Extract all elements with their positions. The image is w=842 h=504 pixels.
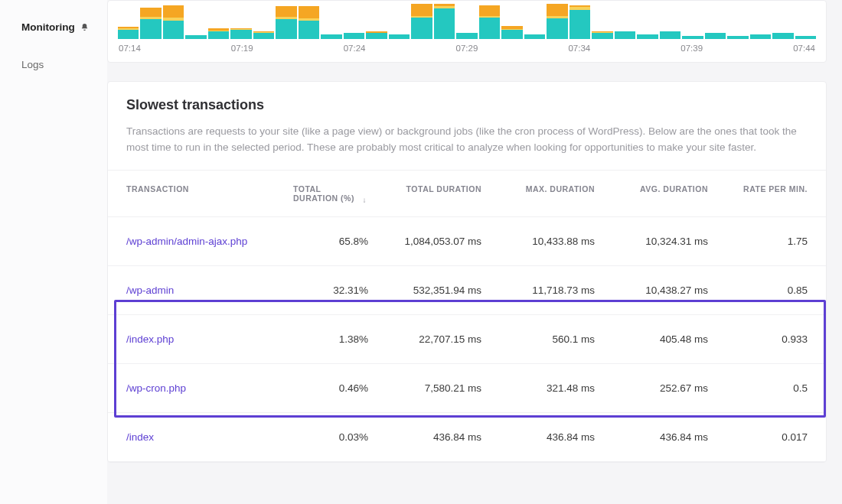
table-row: /wp-admin/admin-ajax.php65.8%1,084,053.0… [108,217,826,266]
chart-bar[interactable] [682,4,703,39]
chart-bar[interactable] [456,4,477,39]
x-axis-tick: 07:39 [680,44,703,53]
table-row: /wp-cron.php0.46%7,580.21 ms321.48 ms252… [108,364,826,413]
chart-bar[interactable] [524,4,545,39]
card-description: Transactions are requests to your site (… [126,124,808,156]
chart-bar[interactable] [705,4,726,39]
chart-bar[interactable] [772,4,793,39]
transaction-link[interactable]: /index [126,431,154,443]
cell-pct: 32.31% [293,285,368,296]
slowest-transactions-card: Slowest transactions Transactions are re… [107,81,827,463]
chart-bar[interactable] [501,4,522,39]
cell-pct: 0.46% [293,382,368,394]
cell-rate: 0.85 [708,285,808,296]
chart-bar[interactable] [750,4,771,39]
table-body: /wp-admin/admin-ajax.php65.8%1,084,053.0… [108,217,826,462]
chart-bar[interactable] [795,4,816,39]
sidebar-item-logs[interactable]: Logs [0,54,107,75]
table-row: /index.php1.38%22,707.15 ms560.1 ms405.4… [108,315,826,364]
cell-max-duration: 10,433.88 ms [481,236,595,247]
cell-max-duration: 321.48 ms [481,382,595,394]
chart-bar[interactable] [660,4,680,39]
transaction-link[interactable]: /wp-cron.php [126,382,186,394]
column-header-transaction[interactable]: TRANSACTION [126,184,293,203]
sidebar-item-monitoring[interactable]: Monitoring [0,17,107,37]
cell-avg-duration: 436.84 ms [595,431,708,443]
sidebar: Monitoring Logs [0,0,107,504]
cell-avg-duration: 10,438.27 ms [595,285,708,296]
chart-bar[interactable] [389,4,410,39]
cell-total-duration: 7,580.21 ms [368,382,481,394]
cell-rate: 0.5 [708,382,808,394]
x-axis-tick: 07:19 [231,44,253,53]
column-header-max-duration[interactable]: MAX. DURATION [481,184,595,203]
main-content: 07:1407:1907:2407:2907:3407:3907:44 Slow… [107,0,842,504]
chart-bar[interactable] [185,4,206,39]
timeline-chart-card: 07:1407:1907:2407:2907:3407:3907:44 [107,0,827,63]
chart-bar[interactable] [253,4,274,39]
chart-bar[interactable] [479,4,500,39]
chart-bar[interactable] [637,4,658,39]
x-axis-tick: 07:29 [456,44,478,53]
cell-pct: 0.03% [293,431,368,443]
chart-bar[interactable] [434,4,455,39]
cell-max-duration: 436.84 ms [481,431,595,443]
bell-icon [80,22,90,33]
stacked-bar-chart [117,1,817,39]
sidebar-item-label: Logs [21,59,44,70]
x-axis-tick: 07:14 [119,44,141,53]
table-row: /index0.03%436.84 ms436.84 ms436.84 ms0.… [108,413,826,462]
cell-rate: 0.933 [708,333,808,345]
chart-bar[interactable] [592,4,612,39]
chart-bar[interactable] [321,4,341,39]
sort-descending-icon: ↓ [363,196,367,204]
cell-avg-duration: 10,324.31 ms [595,236,708,247]
x-axis-tick: 07:34 [568,44,590,53]
cell-avg-duration: 405.48 ms [595,333,708,345]
cell-rate: 0.017 [708,431,808,443]
cell-pct: 1.38% [293,333,368,345]
sidebar-item-label: Monitoring [21,21,75,33]
column-header-rate-per-min[interactable]: RATE PER MIN. [708,184,808,203]
table-header-row: TRANSACTION TOTAL DURATION (%) ↓ TOTAL D… [108,170,826,217]
chart-x-axis: 07:1407:1907:2407:2907:3407:3907:44 [117,39,817,59]
x-axis-tick: 07:44 [793,44,815,53]
column-header-total-duration-pct[interactable]: TOTAL DURATION (%) ↓ [293,184,368,203]
chart-bar[interactable] [299,4,319,39]
chart-bar[interactable] [547,4,567,39]
chart-bar[interactable] [344,4,364,39]
card-title: Slowest transactions [126,97,808,113]
chart-bar[interactable] [163,4,184,39]
chart-bar[interactable] [569,4,590,39]
chart-bar[interactable] [411,4,432,39]
transaction-link[interactable]: /index.php [126,333,174,345]
chart-bar[interactable] [615,4,635,39]
chart-bar[interactable] [727,4,748,39]
cell-total-duration: 532,351.94 ms [368,285,481,296]
cell-total-duration: 436.84 ms [368,431,481,443]
cell-max-duration: 11,718.73 ms [481,285,595,296]
card-header: Slowest transactions Transactions are re… [108,82,826,170]
x-axis-tick: 07:24 [344,44,366,53]
transaction-link[interactable]: /wp-admin/admin-ajax.php [126,236,247,247]
cell-avg-duration: 252.67 ms [595,382,708,394]
cell-rate: 1.75 [708,236,808,247]
cell-total-duration: 1,084,053.07 ms [368,236,481,247]
table-row: /wp-admin32.31%532,351.94 ms11,718.73 ms… [108,266,826,315]
chart-bar[interactable] [230,4,251,39]
transaction-link[interactable]: /wp-admin [126,285,174,296]
chart-bar[interactable] [366,4,387,39]
cell-total-duration: 22,707.15 ms [368,333,481,345]
chart-bar[interactable] [118,4,139,39]
cell-pct: 65.8% [293,236,368,247]
chart-bar[interactable] [140,4,161,39]
chart-bar[interactable] [208,4,229,39]
column-header-total-duration[interactable]: TOTAL DURATION [368,184,481,203]
cell-max-duration: 560.1 ms [481,333,595,345]
chart-bar[interactable] [276,4,296,39]
column-header-avg-duration[interactable]: AVG. DURATION [595,184,708,203]
